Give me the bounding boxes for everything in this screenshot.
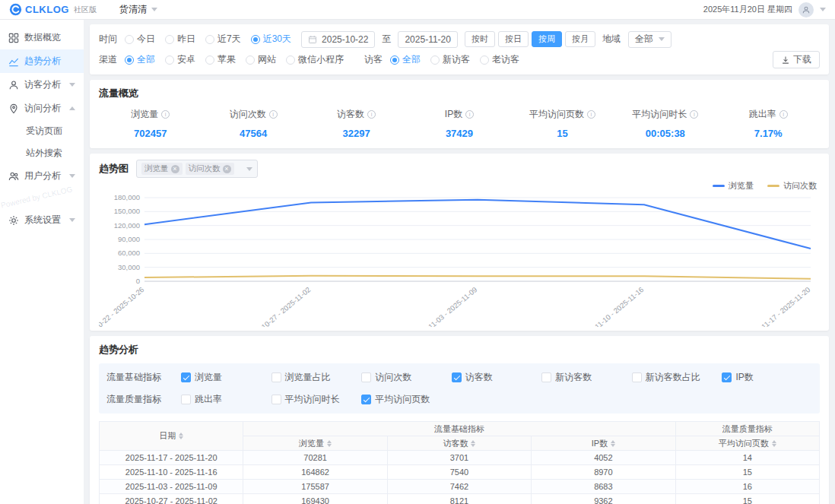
checkbox-visits[interactable]: 访问次数 bbox=[361, 371, 452, 384]
legend-item-pageviews[interactable]: 浏览量 bbox=[713, 180, 754, 192]
channel-option[interactable]: 微信小程序 bbox=[286, 53, 344, 66]
chevron-down-icon[interactable] bbox=[820, 8, 826, 11]
info-icon[interactable] bbox=[367, 110, 376, 119]
sidebar-subitem-visited-pages[interactable]: 受访页面 bbox=[0, 120, 84, 142]
sidebar-item-settings[interactable]: 系统设置 bbox=[0, 208, 84, 232]
column-header-visitors: 访客数 bbox=[387, 436, 531, 451]
granularity-hour-button[interactable]: 按时 bbox=[465, 31, 495, 47]
checkbox-icon bbox=[271, 372, 281, 382]
time-filter-label: 时间 bbox=[99, 33, 117, 46]
visitor-option[interactable]: 全部 bbox=[390, 53, 421, 66]
time-option[interactable]: 昨日 bbox=[165, 33, 195, 46]
remove-tag-icon[interactable] bbox=[223, 165, 231, 173]
time-option[interactable]: 近7天 bbox=[205, 33, 241, 46]
sidebar-subitem-external-search[interactable]: 站外搜索 bbox=[0, 142, 84, 164]
checkbox-avg-duration[interactable]: 平均访问时长 bbox=[271, 393, 362, 406]
date-start-value: 2025-10-22 bbox=[322, 34, 368, 45]
granularity-day-button[interactable]: 按日 bbox=[498, 31, 529, 47]
trend-data-table: 日期 流量基础指标 流量质量指标 浏览量 访客数 IP数 平均访问页数 2025… bbox=[99, 421, 820, 504]
radio-label: 安卓 bbox=[177, 53, 195, 66]
channel-option[interactable]: 安卓 bbox=[165, 53, 195, 66]
time-option[interactable]: 今日 bbox=[125, 33, 155, 46]
metric-label: 平均访问页数 bbox=[529, 108, 584, 121]
granularity-week-button[interactable]: 按周 bbox=[532, 31, 562, 47]
checkbox-label: 平均访问页数 bbox=[375, 393, 430, 406]
column-group-basic: 流量基础指标 bbox=[243, 422, 675, 436]
legend-item-visits[interactable]: 访问次数 bbox=[767, 180, 817, 192]
sidebar: 数据概览 趋势分析 访客分析 访问分析 受访页面 站外搜索 用户分析 Power… bbox=[0, 20, 84, 504]
trend-line-chart: 030,00060,00090,000120,000150,000180,000… bbox=[99, 192, 820, 327]
download-button[interactable]: 下载 bbox=[773, 51, 820, 68]
clklog-logo-icon bbox=[9, 3, 22, 16]
legend-label: 浏览量 bbox=[729, 180, 754, 192]
sidebar-item-visitor-analysis[interactable]: 访客分析 bbox=[0, 73, 84, 97]
checkbox-pageviews[interactable]: 浏览量 bbox=[181, 371, 271, 384]
checkbox-new-visitors[interactable]: 新访客数 bbox=[541, 371, 632, 384]
region-filter-label: 地域 bbox=[602, 33, 621, 46]
radio-label: 微信小程序 bbox=[298, 53, 344, 66]
radio-icon bbox=[165, 35, 174, 44]
granularity-month-button[interactable]: 按月 bbox=[565, 31, 595, 47]
radio-label: 新访客 bbox=[443, 53, 470, 66]
channel-option[interactable]: 苹果 bbox=[205, 53, 236, 66]
radio-icon bbox=[251, 35, 260, 44]
info-icon[interactable] bbox=[465, 110, 474, 119]
remove-tag-icon[interactable] bbox=[171, 165, 179, 173]
project-name: 货清清 bbox=[119, 3, 147, 16]
sort-icon[interactable] bbox=[327, 440, 332, 447]
date-end-input[interactable]: 2025-11-20 bbox=[398, 31, 458, 48]
chevron-down-icon bbox=[69, 174, 75, 178]
cell-date: 2025-11-10 - 2025-11-16 bbox=[100, 465, 243, 480]
svg-text:2025-11-10 - 2025-11-16: 2025-11-10 - 2025-11-16 bbox=[579, 285, 645, 327]
svg-text:180,000: 180,000 bbox=[114, 193, 140, 201]
visitor-option[interactable]: 老访客 bbox=[480, 53, 519, 66]
checkbox-ips[interactable]: IP数 bbox=[722, 371, 812, 384]
cell-pageviews: 169430 bbox=[243, 494, 387, 504]
metric-label: 跳出率 bbox=[749, 108, 776, 121]
sidebar-item-visit-analysis[interactable]: 访问分析 bbox=[0, 97, 84, 120]
checkbox-avg-pages[interactable]: 平均访问页数 bbox=[361, 393, 452, 406]
radio-icon bbox=[430, 55, 440, 65]
visitor-option[interactable]: 新访客 bbox=[430, 53, 470, 66]
avatar[interactable] bbox=[798, 2, 814, 17]
date-separator: 至 bbox=[382, 33, 391, 46]
time-option[interactable]: 近30天 bbox=[251, 33, 291, 46]
metric-pageviews: 浏览量 702457 bbox=[99, 108, 202, 139]
chart-legend: 浏览量 访问次数 bbox=[99, 179, 817, 192]
checkbox-label: 跳出率 bbox=[195, 393, 222, 406]
radio-label: 网站 bbox=[258, 53, 276, 66]
sort-icon[interactable] bbox=[772, 440, 776, 447]
checkbox-pageviews-ratio[interactable]: 浏览量占比 bbox=[271, 371, 362, 384]
sidebar-subitem-label: 站外搜索 bbox=[26, 147, 62, 160]
cell-avg-pages: 15 bbox=[675, 465, 819, 480]
info-icon[interactable] bbox=[690, 110, 698, 119]
region-select[interactable]: 全部 bbox=[628, 31, 671, 48]
info-icon[interactable] bbox=[587, 110, 595, 119]
sidebar-item-overview[interactable]: 数据概览 bbox=[0, 26, 84, 49]
info-icon[interactable] bbox=[161, 110, 170, 119]
column-header-date: 日期 bbox=[100, 422, 243, 451]
checkbox-visitors[interactable]: 访客数 bbox=[452, 371, 542, 384]
app-logo[interactable]: CLKLOG 社区版 bbox=[9, 3, 97, 16]
sort-icon[interactable] bbox=[179, 433, 183, 439]
sidebar-item-user-analysis[interactable]: 用户分析 bbox=[0, 164, 84, 188]
checkbox-bounce-rate[interactable]: 跳出率 bbox=[181, 393, 271, 406]
sort-icon[interactable] bbox=[471, 440, 475, 447]
channel-option[interactable]: 全部 bbox=[125, 53, 155, 66]
trend-icon bbox=[8, 56, 19, 67]
date-start-input[interactable]: 2025-10-22 bbox=[301, 31, 375, 48]
info-icon[interactable] bbox=[779, 110, 788, 119]
checkbox-new-visitors-ratio[interactable]: 新访客数占比 bbox=[632, 371, 722, 384]
table-row: 2025-10-27 - 2025-11-02 169430 8121 9362… bbox=[100, 494, 820, 504]
metric-value: 00:05:38 bbox=[646, 128, 685, 139]
metric-multiselect[interactable]: 浏览量 访问次数 bbox=[136, 160, 258, 178]
svg-text:120,000: 120,000 bbox=[114, 221, 140, 230]
metric-value: 47564 bbox=[240, 128, 267, 139]
sort-icon[interactable] bbox=[611, 440, 615, 447]
project-selector[interactable]: 货清清 bbox=[119, 3, 157, 16]
channel-option[interactable]: 网站 bbox=[246, 53, 276, 66]
info-icon[interactable] bbox=[269, 110, 278, 119]
sidebar-item-trend[interactable]: 趋势分析 bbox=[0, 49, 84, 73]
checkbox-icon bbox=[541, 372, 551, 382]
dashboard-icon bbox=[8, 33, 19, 43]
